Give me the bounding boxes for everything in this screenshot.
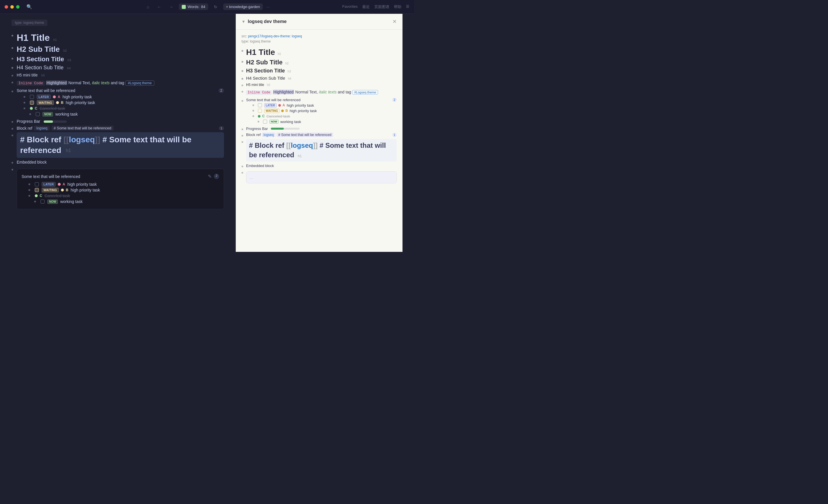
sb-label-now[interactable]: NOW [270,120,279,124]
italic-text: italic texts [92,81,110,85]
embedded-edit-icon[interactable]: ✎ [208,174,212,179]
src-label: src: [242,34,247,38]
emb-label-waiting[interactable]: WAITING [42,188,59,192]
h5-title: H5 mini title [17,73,38,77]
emb-checkbox-1[interactable] [35,182,39,186]
sb-block-ref-link[interactable]: logseq [262,132,276,137]
emb-label-now[interactable]: NOW [47,200,58,204]
h4-title: H4 Section Sub Title [17,65,64,71]
sb-block-ref-count: 1 [392,133,397,137]
sb-canceled-text: Canceled task [266,114,290,119]
sb-priority-b: B [286,109,288,113]
big-ref-h1-tag: h1 [66,148,71,153]
graph-name: + knowledge-garden [223,3,263,10]
emb-priority-dot-green [35,194,38,197]
task-checkbox-1[interactable] [30,95,34,99]
sb-priority-a: A [283,103,285,107]
embedded-block-label: Embedded block [17,160,47,164]
emb-label-later[interactable]: LATER [42,182,55,186]
priority-dot-red [53,95,56,98]
maximize-button[interactable] [16,5,19,9]
hash-ref-link[interactable]: # Some text that will be referenced [51,126,114,130]
progress-content: Progress Bar [17,119,224,124]
home-button[interactable]: ⌂ [144,3,151,10]
task-checkbox-4[interactable] [36,112,40,116]
embedded-ref-text: Some text that will be referenced [22,174,80,179]
help-nav[interactable]: 帮助 [394,4,401,9]
sb-label-later[interactable]: LATER [264,103,277,108]
bullet-dot [11,162,13,164]
bullet-dot [11,134,13,136]
sidebar-type-text: type: logseq theme [242,39,397,43]
priority-c: C [35,107,37,111]
sb-tag-badge[interactable]: #Logseq theme [352,90,378,95]
sb-h2-content: H2 Sub Title h2 [246,59,397,66]
task-label-now[interactable]: NOW [43,112,53,117]
sb-ref-block-content: Some text that will be referenced 2 LATE… [246,98,397,125]
embedded-block-item: Some text that will be referenced ✎ 2 LA… [11,166,224,212]
task-item-1: LATER A high priority task [24,94,224,100]
tag-badge[interactable]: #Logseq theme [125,81,154,86]
bullet-dot [11,67,13,69]
bullet-dot [11,121,13,123]
sb-progress-item: Progress Bar [242,125,397,132]
embedded-task-1: LATER A high priority task [29,181,219,187]
minimize-button[interactable] [10,5,14,9]
hamburger-menu[interactable]: ☰ [406,4,409,9]
close-button[interactable] [5,5,8,9]
emb-checkbox-2[interactable] [35,188,39,192]
sb-big-block-ref-content: # Block ref [[logseq]] # Some text that … [246,139,397,162]
sb-big-ref-link[interactable]: logseq [291,141,313,149]
task-label-later[interactable]: LATER [37,95,51,99]
sb-ref-count-badge: 2 [392,98,397,102]
sb-priority-dot-red [278,104,281,107]
sb-checkbox-4[interactable] [263,120,267,124]
sb-block-ref-content: Block ref logseq # Some text that will b… [246,132,397,137]
embedded-task-list: LATER A high priority task WAITING B [22,181,219,204]
sidebar-close-button[interactable]: ✕ [392,18,397,25]
embedded-block-header-content: Embedded block [17,160,224,165]
highlighted-text: Highlighted [46,81,67,85]
sb-task-text-4: working task [280,120,301,124]
sb-block-ref-label: Block ref [246,132,261,137]
src-link[interactable]: pengx17/logseq-dev-theme: logseq [248,34,302,38]
emb-priority-a: A [63,182,65,186]
sb-progress-label: Progress Bar [246,126,268,131]
h1-content: H1 Title h1 [17,33,224,43]
emb-checkbox-4[interactable] [41,200,45,204]
sb-big-ref-text1: # Block ref [249,141,286,149]
sb-embedded-header-content: Embedded block [246,163,397,168]
task-checkbox-2[interactable] [30,100,34,104]
sync-button[interactable]: ↻ [212,3,220,10]
embedded-block-content: Some text that will be referenced ✎ 2 LA… [17,166,224,212]
sb-h3-item: H3 Section Title h3 [242,67,397,75]
recent-nav[interactable]: 最近 [362,4,370,9]
block-ref-content: Block ref logseq # Some text that will b… [17,126,224,130]
sb-checkbox-2[interactable] [258,109,262,113]
h4-tag: h4 [67,67,71,70]
inline-code: Inline Code [17,81,45,86]
main-container: type: logseq theme H1 Title h1 H2 Sub Ti… [0,14,414,252]
sidebar-content: src: pengx17/logseq-dev-theme: logseq ty… [236,30,403,191]
sb-task-text-2: high priority task [290,109,317,113]
bullet-dot [11,35,13,37]
sb-checkbox-1[interactable] [258,103,262,107]
sidebar-collapse-icon[interactable]: ▼ [242,19,246,24]
sb-h5-title: H5 mini title [246,83,264,87]
favorites-nav[interactable]: Favorites [342,4,358,9]
sb-ref-block-text: Some text that will be referenced [246,98,300,102]
sb-label-waiting[interactable]: WAITING [264,109,280,113]
big-ref-logseq-link[interactable]: logseq [69,135,95,144]
sb-big-block-ref-item: # Block ref [[logseq]] # Some text that … [242,138,397,162]
h5-tag: h5 [41,74,45,77]
forward-button[interactable]: → [167,3,176,10]
block-ref-link[interactable]: logseq [34,126,49,130]
page-map-nav[interactable]: 页面图谱 [374,4,389,9]
task-label-waiting[interactable]: WAITING [37,100,54,105]
h3-tag: h3 [68,58,71,62]
block-ref-label: Block ref [17,126,32,130]
back-button[interactable]: ← [155,3,164,10]
bullet-dot [11,47,13,49]
sb-hash-ref-link[interactable]: # Some text that will be referenced [277,132,333,137]
search-icon[interactable]: 🔍 [27,4,32,9]
